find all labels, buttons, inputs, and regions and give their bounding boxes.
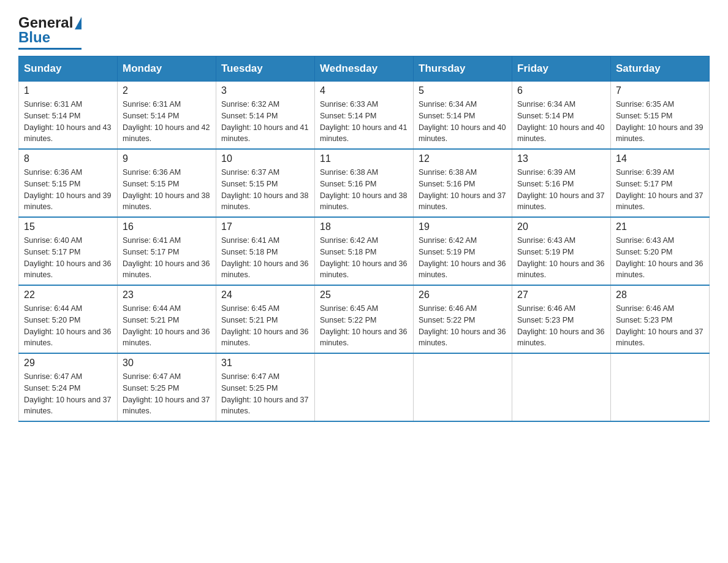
day-number: 10 <box>221 153 309 164</box>
logo-arrow-icon <box>75 17 82 29</box>
day-number: 26 <box>419 289 507 301</box>
calendar-cell: 4 Sunrise: 6:33 AMSunset: 5:14 PMDayligh… <box>315 82 414 150</box>
day-number: 2 <box>123 85 211 96</box>
day-number: 8 <box>24 153 112 164</box>
day-number: 23 <box>123 289 211 301</box>
day-info: Sunrise: 6:36 AMSunset: 5:15 PMDaylight:… <box>123 167 211 213</box>
day-number: 13 <box>517 153 605 164</box>
day-number: 1 <box>24 85 112 96</box>
logo-bar <box>18 48 82 50</box>
day-number: 31 <box>221 358 309 369</box>
calendar-week-row: 22 Sunrise: 6:44 AMSunset: 5:20 PMDaylig… <box>19 285 710 353</box>
day-number: 24 <box>221 289 309 301</box>
day-number: 4 <box>320 85 408 96</box>
logo-blue: Blue <box>18 29 50 46</box>
calendar-cell: 1 Sunrise: 6:31 AMSunset: 5:14 PMDayligh… <box>19 82 118 150</box>
calendar-week-row: 8 Sunrise: 6:36 AMSunset: 5:15 PMDayligh… <box>19 149 710 217</box>
calendar-cell <box>315 353 414 421</box>
day-info: Sunrise: 6:43 AMSunset: 5:20 PMDaylight:… <box>616 235 704 281</box>
calendar-cell: 29 Sunrise: 6:47 AMSunset: 5:24 PMDaylig… <box>19 353 118 421</box>
calendar-cell: 21 Sunrise: 6:43 AMSunset: 5:20 PMDaylig… <box>611 217 710 285</box>
calendar-cell: 19 Sunrise: 6:42 AMSunset: 5:19 PMDaylig… <box>414 217 512 285</box>
logo: General Blue <box>18 12 82 50</box>
day-info: Sunrise: 6:33 AMSunset: 5:14 PMDaylight:… <box>320 99 408 145</box>
calendar-cell: 16 Sunrise: 6:41 AMSunset: 5:17 PMDaylig… <box>118 217 216 285</box>
calendar-cell: 10 Sunrise: 6:37 AMSunset: 5:15 PMDaylig… <box>216 149 315 217</box>
day-number: 14 <box>616 153 704 164</box>
day-info: Sunrise: 6:46 AMSunset: 5:23 PMDaylight:… <box>517 303 605 349</box>
day-info: Sunrise: 6:34 AMSunset: 5:14 PMDaylight:… <box>419 99 507 145</box>
calendar-cell <box>512 353 611 421</box>
day-info: Sunrise: 6:40 AMSunset: 5:17 PMDaylight:… <box>24 235 112 281</box>
day-info: Sunrise: 6:41 AMSunset: 5:18 PMDaylight:… <box>221 235 309 281</box>
calendar-cell: 20 Sunrise: 6:43 AMSunset: 5:19 PMDaylig… <box>512 217 611 285</box>
day-number: 17 <box>221 221 309 232</box>
day-number: 30 <box>123 358 211 369</box>
day-number: 29 <box>24 358 112 369</box>
day-number: 21 <box>616 221 704 232</box>
calendar-header-row: SundayMondayTuesdayWednesdayThursdayFrid… <box>19 56 710 82</box>
day-info: Sunrise: 6:47 AMSunset: 5:24 PMDaylight:… <box>24 371 112 417</box>
calendar-cell: 2 Sunrise: 6:31 AMSunset: 5:14 PMDayligh… <box>118 82 216 150</box>
day-number: 19 <box>419 221 507 232</box>
day-info: Sunrise: 6:32 AMSunset: 5:14 PMDaylight:… <box>221 99 309 145</box>
calendar-cell: 15 Sunrise: 6:40 AMSunset: 5:17 PMDaylig… <box>19 217 118 285</box>
calendar-cell: 18 Sunrise: 6:42 AMSunset: 5:18 PMDaylig… <box>315 217 414 285</box>
calendar-cell: 25 Sunrise: 6:45 AMSunset: 5:22 PMDaylig… <box>315 285 414 353</box>
weekday-header-friday: Friday <box>512 56 611 82</box>
day-number: 28 <box>616 289 704 301</box>
day-number: 7 <box>616 85 704 96</box>
day-info: Sunrise: 6:41 AMSunset: 5:17 PMDaylight:… <box>123 235 211 281</box>
logo-row2: Blue <box>18 29 82 46</box>
calendar-cell: 5 Sunrise: 6:34 AMSunset: 5:14 PMDayligh… <box>414 82 512 150</box>
calendar-cell: 24 Sunrise: 6:45 AMSunset: 5:21 PMDaylig… <box>216 285 315 353</box>
calendar-cell: 22 Sunrise: 6:44 AMSunset: 5:20 PMDaylig… <box>19 285 118 353</box>
calendar-week-row: 15 Sunrise: 6:40 AMSunset: 5:17 PMDaylig… <box>19 217 710 285</box>
calendar-cell: 30 Sunrise: 6:47 AMSunset: 5:25 PMDaylig… <box>118 353 216 421</box>
calendar-cell: 11 Sunrise: 6:38 AMSunset: 5:16 PMDaylig… <box>315 149 414 217</box>
calendar-cell: 6 Sunrise: 6:34 AMSunset: 5:14 PMDayligh… <box>512 82 611 150</box>
day-info: Sunrise: 6:38 AMSunset: 5:16 PMDaylight:… <box>320 167 408 213</box>
calendar-table: SundayMondayTuesdayWednesdayThursdayFrid… <box>18 56 710 422</box>
calendar-cell: 14 Sunrise: 6:39 AMSunset: 5:17 PMDaylig… <box>611 149 710 217</box>
day-info: Sunrise: 6:35 AMSunset: 5:15 PMDaylight:… <box>616 99 704 145</box>
calendar-week-row: 29 Sunrise: 6:47 AMSunset: 5:24 PMDaylig… <box>19 353 710 421</box>
day-number: 22 <box>24 289 112 301</box>
weekday-header-sunday: Sunday <box>19 56 118 82</box>
calendar-cell: 17 Sunrise: 6:41 AMSunset: 5:18 PMDaylig… <box>216 217 315 285</box>
day-info: Sunrise: 6:36 AMSunset: 5:15 PMDaylight:… <box>24 167 112 213</box>
calendar-cell: 13 Sunrise: 6:39 AMSunset: 5:16 PMDaylig… <box>512 149 611 217</box>
calendar-cell: 3 Sunrise: 6:32 AMSunset: 5:14 PMDayligh… <box>216 82 315 150</box>
day-number: 11 <box>320 153 408 164</box>
weekday-header-thursday: Thursday <box>414 56 512 82</box>
day-number: 15 <box>24 221 112 232</box>
day-number: 6 <box>517 85 605 96</box>
day-info: Sunrise: 6:42 AMSunset: 5:19 PMDaylight:… <box>419 235 507 281</box>
calendar-cell: 27 Sunrise: 6:46 AMSunset: 5:23 PMDaylig… <box>512 285 611 353</box>
calendar-cell: 23 Sunrise: 6:44 AMSunset: 5:21 PMDaylig… <box>118 285 216 353</box>
day-number: 5 <box>419 85 507 96</box>
calendar-cell: 9 Sunrise: 6:36 AMSunset: 5:15 PMDayligh… <box>118 149 216 217</box>
weekday-header-wednesday: Wednesday <box>315 56 414 82</box>
calendar-cell: 7 Sunrise: 6:35 AMSunset: 5:15 PMDayligh… <box>611 82 710 150</box>
day-number: 3 <box>221 85 309 96</box>
day-number: 27 <box>517 289 605 301</box>
page-header: General Blue <box>18 12 710 50</box>
day-number: 18 <box>320 221 408 232</box>
day-info: Sunrise: 6:37 AMSunset: 5:15 PMDaylight:… <box>221 167 309 213</box>
day-number: 16 <box>123 221 211 232</box>
day-info: Sunrise: 6:39 AMSunset: 5:17 PMDaylight:… <box>616 167 704 213</box>
day-info: Sunrise: 6:42 AMSunset: 5:18 PMDaylight:… <box>320 235 408 281</box>
calendar-cell: 31 Sunrise: 6:47 AMSunset: 5:25 PMDaylig… <box>216 353 315 421</box>
calendar-cell: 26 Sunrise: 6:46 AMSunset: 5:22 PMDaylig… <box>414 285 512 353</box>
day-info: Sunrise: 6:44 AMSunset: 5:21 PMDaylight:… <box>123 303 211 349</box>
day-info: Sunrise: 6:39 AMSunset: 5:16 PMDaylight:… <box>517 167 605 213</box>
day-info: Sunrise: 6:31 AMSunset: 5:14 PMDaylight:… <box>123 99 211 145</box>
calendar-cell: 28 Sunrise: 6:46 AMSunset: 5:23 PMDaylig… <box>611 285 710 353</box>
weekday-header-tuesday: Tuesday <box>216 56 315 82</box>
day-number: 12 <box>419 153 507 164</box>
day-info: Sunrise: 6:44 AMSunset: 5:20 PMDaylight:… <box>24 303 112 349</box>
calendar-cell <box>611 353 710 421</box>
day-info: Sunrise: 6:38 AMSunset: 5:16 PMDaylight:… <box>419 167 507 213</box>
day-number: 20 <box>517 221 605 232</box>
